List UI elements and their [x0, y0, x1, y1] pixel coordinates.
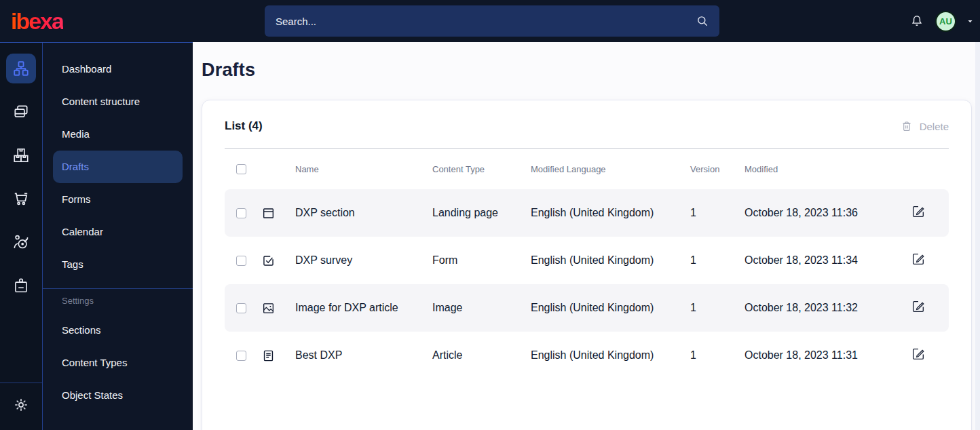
row-checkbox[interactable]: [236, 256, 246, 266]
sidebar-settings-item[interactable]: Content Types: [53, 347, 183, 379]
sidebar-settings-item[interactable]: Sections: [53, 314, 183, 347]
form-icon: [256, 254, 295, 268]
content-type-cell: Article: [432, 349, 531, 361]
search-input[interactable]: [265, 16, 696, 27]
edit-draft-button[interactable]: [911, 203, 927, 220]
cart-icon: [12, 190, 30, 208]
sitemap-icon: [12, 60, 30, 77]
draft-name-cell: DXP survey: [295, 254, 432, 267]
draft-name-cell: Best DXP: [295, 349, 432, 361]
row-checkbox[interactable]: [236, 351, 246, 361]
modified-date-cell: October 18, 2023 11:31: [745, 349, 903, 361]
modified-language-cell: English (United Kingdom): [531, 207, 690, 219]
version-cell: 1: [690, 207, 745, 219]
table-row[interactable]: Best DXP Article English (United Kingdom…: [225, 332, 949, 379]
sidebar-menu-item[interactable]: Calendar: [53, 216, 183, 248]
content-type-cell: Form: [432, 254, 531, 267]
boxes-icon: [12, 146, 30, 164]
sidebar-menu-item[interactable]: Content structure: [53, 85, 183, 118]
article-icon: [256, 349, 295, 363]
notifications-bell-icon[interactable]: [909, 13, 926, 29]
main-content: Drafts List (4) Delete Name Content Type…: [193, 42, 975, 430]
select-all-checkbox[interactable]: [236, 164, 246, 174]
row-checkbox[interactable]: [236, 303, 246, 313]
sidebar-menu-item[interactable]: Tags: [53, 248, 183, 281]
draft-name-cell: DXP section: [295, 207, 432, 219]
modified-date-cell: October 18, 2023 11:34: [745, 254, 903, 267]
sidebar-rail-item[interactable]: [6, 184, 36, 214]
column-header-modified-language: Modified Language: [531, 164, 690, 174]
modified-date-cell: October 18, 2023 11:36: [745, 207, 903, 219]
search-icon[interactable]: [696, 14, 709, 28]
page-title: Drafts: [202, 60, 972, 81]
divider: [43, 288, 193, 289]
trash-icon: [901, 120, 913, 132]
divider: [0, 383, 42, 383]
sidebar-rail-item[interactable]: [6, 140, 36, 170]
scrollbar-track[interactable]: [975, 42, 980, 430]
draft-name-cell: Image for DXP article: [295, 302, 432, 314]
sidebar-menu-item[interactable]: Forms: [53, 183, 183, 216]
pages-icon: [12, 103, 30, 121]
edit-draft-button[interactable]: [911, 298, 927, 315]
table-row[interactable]: DXP section Landing page English (United…: [225, 189, 949, 237]
settings-gear-icon[interactable]: [6, 390, 36, 420]
delete-button[interactable]: Delete: [901, 120, 949, 132]
sidebar-rail-item[interactable]: [6, 271, 36, 300]
drafts-table: Name Content Type Modified Language Vers…: [225, 148, 949, 379]
edit-draft-button[interactable]: [911, 251, 927, 267]
modified-language-cell: English (United Kingdom): [531, 302, 690, 314]
target-user-icon: [12, 233, 30, 251]
row-checkbox[interactable]: [236, 208, 246, 218]
sidebar-icon-rail: [0, 43, 42, 430]
badge-icon: [12, 277, 30, 294]
sidebar-menu-item[interactable]: Media: [53, 118, 183, 151]
table-header-row: Name Content Type Modified Language Vers…: [225, 149, 949, 189]
sidebar-rail-item[interactable]: [6, 54, 36, 83]
version-cell: 1: [690, 349, 745, 361]
content-type-cell: Landing page: [432, 207, 531, 219]
content-type-cell: Image: [432, 302, 531, 314]
sidebar-rail-item[interactable]: [6, 227, 36, 257]
sidebar-rail-item[interactable]: [6, 97, 36, 127]
sidebar-menu-item[interactable]: Dashboard: [53, 53, 183, 85]
table-row[interactable]: Image for DXP article Image English (Uni…: [225, 284, 949, 332]
column-header-modified: Modified: [745, 164, 903, 174]
sidebar: DashboardContent structureMediaDraftsFor…: [0, 42, 193, 430]
column-header-content-type: Content Type: [432, 164, 531, 174]
global-search: [265, 5, 719, 37]
image-icon: [256, 301, 295, 315]
column-header-version: Version: [690, 164, 745, 174]
version-cell: 1: [690, 302, 745, 314]
edit-draft-button[interactable]: [911, 346, 927, 362]
modified-date-cell: October 18, 2023 11:32: [745, 302, 903, 314]
landing-page-icon: [256, 206, 295, 220]
sidebar-settings-item[interactable]: Object States: [53, 379, 183, 412]
user-avatar[interactable]: AU: [935, 11, 956, 32]
list-count-title: List (4): [225, 119, 263, 133]
sidebar-menu-panel: DashboardContent structureMediaDraftsFor…: [42, 43, 193, 430]
table-row[interactable]: DXP survey Form English (United Kingdom)…: [225, 237, 949, 284]
settings-section-label: Settings: [43, 294, 193, 308]
sidebar-menu-item[interactable]: Drafts: [53, 151, 183, 183]
column-header-name: Name: [295, 164, 432, 174]
ibexa-logo: ibexa: [11, 9, 63, 33]
version-cell: 1: [690, 254, 745, 267]
modified-language-cell: English (United Kingdom): [531, 349, 690, 361]
topbar: ibexa AU: [0, 0, 980, 42]
drafts-card: List (4) Delete Name Content Type Modifi…: [202, 100, 972, 430]
modified-language-cell: English (United Kingdom): [531, 254, 690, 267]
delete-button-label: Delete: [920, 121, 949, 132]
chevron-down-icon[interactable]: [966, 17, 975, 26]
